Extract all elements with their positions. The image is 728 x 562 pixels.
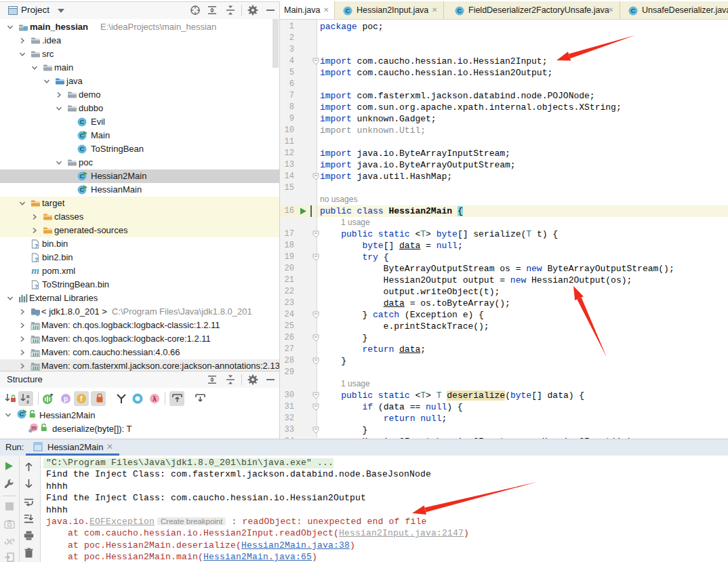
svg-text:?: ?	[35, 243, 39, 249]
svg-text:C: C	[458, 7, 462, 14]
svg-text:z: z	[26, 399, 29, 405]
svg-text:p: p	[64, 395, 68, 403]
svg-text:?: ?	[35, 256, 39, 263]
svg-text:C: C	[631, 7, 636, 14]
svg-text:C: C	[80, 145, 85, 153]
svg-text:?: ?	[35, 283, 39, 290]
svg-text:λ: λ	[153, 395, 157, 403]
svg-text:m: m	[31, 424, 37, 431]
svg-text:C: C	[346, 7, 350, 14]
svg-text:C: C	[80, 118, 85, 125]
